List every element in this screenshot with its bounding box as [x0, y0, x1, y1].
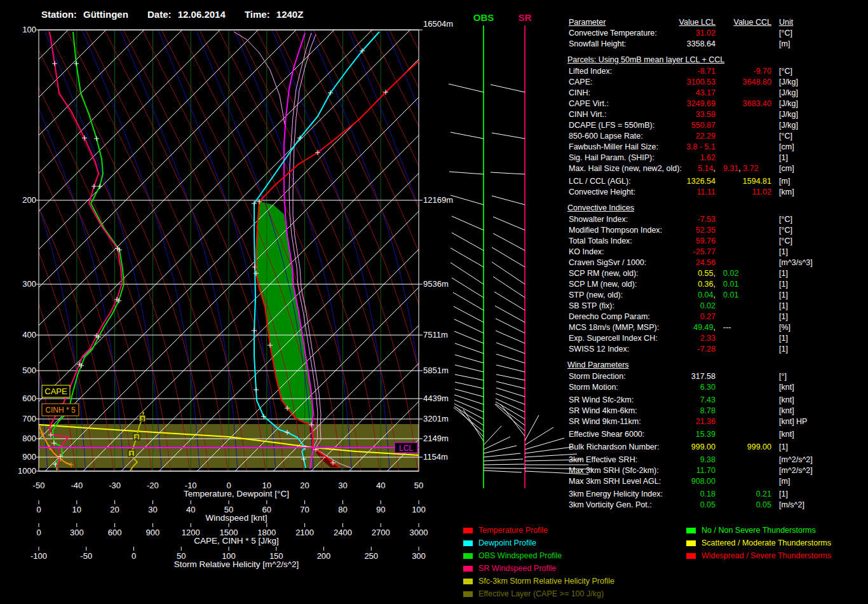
- profile-legend: Temperature ProfileDewpoint ProfileOBS W…: [463, 524, 614, 600]
- table-section-title: Parcels: Using 50mB mean layer LCL + CCL: [567, 55, 868, 65]
- value-segment: 15.39: [696, 430, 715, 439]
- unit-label: [J/kg]: [779, 120, 798, 131]
- value-segment: 49.49: [693, 323, 713, 332]
- legend-swatch-icon: [686, 528, 696, 533]
- unit-label: [knt] HP: [779, 416, 807, 427]
- axis-tick-label: 300: [412, 551, 426, 561]
- value-segment: 0.01: [723, 280, 738, 289]
- value-segment: 6.30: [700, 383, 715, 392]
- value-lcl: 11.11: [567, 187, 715, 198]
- axis-tick-label: 80: [338, 505, 347, 514]
- srh-km-label: 3: [140, 416, 144, 422]
- axis-tick-label: -20: [147, 481, 159, 490]
- value-segment: 999.00: [747, 443, 771, 451]
- pressure-label: 600: [22, 394, 36, 403]
- legend-swatch-icon: [686, 540, 696, 546]
- value-segment: 3683.40: [743, 99, 771, 108]
- unit-label: [J/kg]: [779, 99, 798, 109]
- value-lcl: 3100.53: [567, 77, 715, 88]
- axis-tick-label: 40: [186, 505, 195, 514]
- height-label: 9536m: [423, 279, 449, 289]
- table-row: Convective Height:11.1111.02[km]: [567, 187, 868, 198]
- legend-label: Widespread / Severe Thunderstorms: [702, 551, 831, 560]
- value-segment: 0.21: [756, 490, 771, 498]
- station-value: Güttingen: [83, 9, 128, 20]
- cape-label: CAPE: [44, 387, 67, 396]
- legend-swatch-icon: [463, 528, 473, 533]
- value-ccl: 0.21: [715, 489, 771, 500]
- unit-label: [cm]: [779, 163, 794, 174]
- date-label: Date:: [147, 9, 172, 20]
- value-segment: 0.01: [723, 291, 738, 299]
- value-segment: 0.02: [723, 269, 738, 278]
- profile-legend-item: Effective Layer (CAPE >= 100 J/kg): [463, 587, 614, 600]
- axis-tick-label: 30: [148, 505, 157, 514]
- value-segment: 0.02: [700, 301, 715, 310]
- table-row: CAPE Virt.:3249.693683.40[J/kg]: [567, 99, 868, 109]
- cape-axis: 03006009001200150018002100240027003000CA…: [36, 523, 428, 546]
- value-segment: 3358.64: [687, 39, 715, 48]
- table-row: 3km Vorticity Gen. Pot.:0.050.05[m/s^2]: [567, 500, 868, 511]
- value-lcl: 317.58: [567, 371, 715, 382]
- unit-label: [1]: [779, 442, 788, 453]
- value-ccl: -9.70: [715, 66, 771, 77]
- legend-label: Sfc-3km Storm Relative Helicity Profile: [478, 577, 614, 586]
- value-segment: 0.55: [698, 269, 713, 278]
- station-label: Station:: [41, 9, 77, 20]
- axis-tick-label: 250: [364, 551, 378, 561]
- pressure-label: 800: [22, 434, 36, 443]
- table-row: CINH Virt.:33.58[J/kg]: [567, 109, 868, 120]
- legend-label: OBS Windspeed Profile: [478, 551, 562, 560]
- unit-label: [m^3/s^3]: [779, 257, 813, 268]
- unit-label: [1]: [779, 290, 788, 301]
- unit-label: [1]: [779, 153, 788, 163]
- value-segment: 11.11: [697, 188, 715, 196]
- header: Station: Güttingen Date: 12.06.2014 Time…: [41, 9, 307, 20]
- table-row: Convective Temperature:31.02[°C]: [567, 28, 868, 39]
- value-lcl: 3358.64: [567, 39, 715, 50]
- value-lcl: 0.02: [567, 301, 715, 312]
- value-lcl: 52.35: [567, 225, 715, 236]
- value-segment: 31.02: [696, 29, 715, 38]
- legend-swatch-icon: [463, 540, 473, 546]
- value-lcl: 3249.69: [567, 99, 715, 109]
- value-segment: 1594.81: [743, 177, 771, 186]
- profile-legend-item: Dewpoint Profile: [463, 537, 614, 549]
- legend-swatch-icon: [686, 553, 696, 559]
- value-segment: 21.36: [696, 417, 715, 426]
- value-segment: 11.70: [696, 466, 715, 475]
- value-lcl: 550.87: [567, 120, 715, 131]
- table-row: SR Wind 9km-11km:21.36[knt] HP: [567, 416, 868, 427]
- unit-label: [°C]: [779, 66, 792, 77]
- table-row: Storm Direction:317.58[°]: [567, 371, 868, 382]
- table-row: SR Wind Sfc-2km:7.43[knt]: [567, 395, 868, 406]
- table-row: 850-600 Lapse Rate:22.29[°C]: [567, 131, 868, 142]
- table-row: Exp. Supercell Index CH:2.33[1]: [567, 333, 868, 344]
- value-lcl: 7.43: [567, 395, 715, 406]
- severity-legend: No / Non Severe ThunderstormsScattered /…: [686, 524, 831, 562]
- unit-label: [J/kg]: [779, 109, 798, 120]
- lcl-label: LCL: [399, 444, 413, 453]
- value-lcl: 2.33: [567, 333, 715, 344]
- value-lcl: -7.28: [567, 344, 715, 355]
- axis-tick-label: 70: [300, 505, 309, 514]
- value-segment: 0.05: [756, 500, 771, 509]
- table-row: Storm Motion:6.30[knt]: [567, 382, 868, 393]
- unit-label: [%]: [779, 322, 790, 333]
- value-ccl: 9.31, 3.72: [715, 163, 771, 174]
- time-value: 1240Z: [276, 9, 304, 20]
- axis-title: Temperature, Dewpoint [°C]: [184, 489, 289, 498]
- pressure-label: 100: [22, 25, 36, 34]
- legend-label: No / Non Severe Thunderstorms: [702, 526, 816, 535]
- value-lcl: 24.56: [567, 257, 715, 268]
- value-ccl: 0.05: [715, 500, 771, 511]
- axis-tick-label: 3000: [410, 528, 428, 537]
- sr-column-label: SR: [519, 12, 532, 23]
- value-segment: 0.04: [698, 291, 713, 299]
- obs-column-label: OBS: [473, 12, 494, 23]
- unit-label: [1]: [779, 268, 788, 279]
- table-row: LCL / CCL (AGL):1326.541594.81[m]: [567, 176, 868, 187]
- table-row: DCAPE (LFS = 550mB):550.87[J/kg]: [567, 120, 868, 131]
- pressure-label: 700: [22, 414, 36, 423]
- unit-label: [1]: [779, 301, 788, 312]
